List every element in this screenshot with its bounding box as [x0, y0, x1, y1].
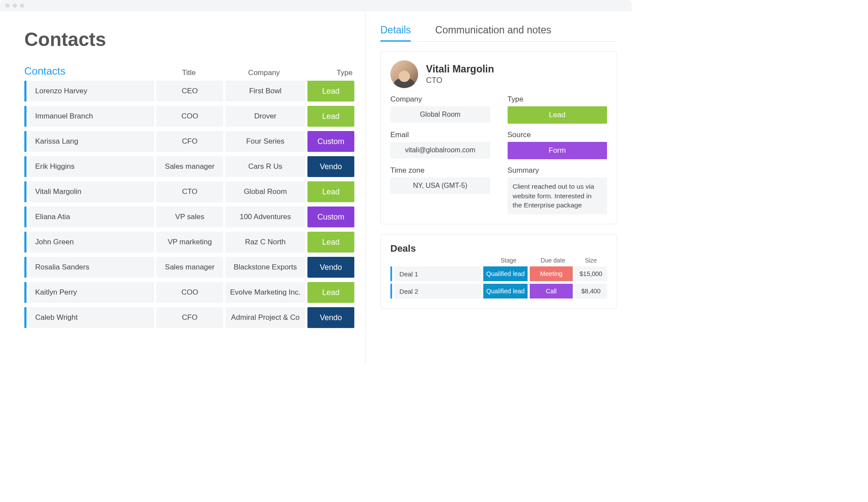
cell-name: Karissa Lang — [29, 131, 154, 152]
row-stripe — [24, 307, 26, 328]
deal-stage: Qualified lead — [483, 284, 528, 299]
label-email: Email — [390, 131, 490, 139]
cell-name: Immanuel Branch — [29, 106, 154, 127]
app-window: Contacts Contacts Title Company Type Lor… — [0, 0, 632, 364]
cell-company: Cars R Us — [225, 156, 305, 177]
table-row[interactable]: Caleb Wright CFO Admiral Project & Co Ve… — [24, 307, 365, 328]
cell-company: Raz C North — [225, 232, 305, 253]
profile-header: Vitali Margolin CTO — [390, 60, 607, 88]
profile-name: Vitali Margolin — [426, 63, 494, 75]
window-control-min[interactable] — [13, 3, 17, 8]
cell-type: Vendo — [307, 156, 354, 177]
value-timezone[interactable]: NY, USA (GMT-5) — [390, 177, 490, 194]
profile-role: CTO — [426, 76, 494, 85]
deal-row[interactable]: Deal 1 Qualified lead Meeting $15,000 — [390, 266, 607, 281]
table-row[interactable]: Karissa Lang CFO Four Series Custom — [24, 131, 365, 152]
cell-title: CEO — [156, 81, 223, 102]
window-titlebar — [0, 0, 632, 11]
table-row[interactable]: Eliana Atia VP sales 100 Adventures Cust… — [24, 207, 365, 227]
cell-type: Vendo — [307, 257, 354, 278]
contacts-table-body: Lorenzo Harvey CEO First Bowl Lead Imman… — [24, 81, 365, 328]
row-stripe — [24, 131, 26, 152]
cell-company: 100 Adventures — [225, 207, 305, 227]
field-source: Source Form — [508, 131, 607, 159]
tab-communication[interactable]: Communication and notes — [435, 24, 551, 41]
field-email: Email vitali@globalroom.com — [390, 131, 490, 159]
deals-header: Stage Due date Size — [390, 257, 607, 264]
contacts-table-header: Contacts Title Company Type — [24, 65, 365, 77]
cell-type: Lead — [307, 81, 354, 102]
cell-type: Lead — [307, 232, 354, 253]
label-source: Source — [508, 131, 607, 139]
row-stripe — [24, 207, 26, 227]
row-stripe — [24, 257, 26, 278]
cell-name: Caleb Wright — [29, 307, 154, 328]
table-row[interactable]: Vitali Margolin CTO Global Room Lead — [24, 181, 365, 202]
table-row[interactable]: Immanuel Branch COO Drover Lead — [24, 106, 365, 127]
cell-company: Global Room — [225, 181, 305, 202]
field-type: Type Lead — [508, 95, 607, 124]
cell-company: First Bowl — [225, 81, 305, 102]
cell-type: Custom — [307, 207, 354, 227]
column-header-company[interactable]: Company — [223, 69, 305, 77]
cell-title: Sales manager — [156, 156, 223, 177]
table-row[interactable]: Rosalia Sanders Sales manager Blackstone… — [24, 257, 365, 278]
cell-title: COO — [156, 282, 223, 303]
row-stripe — [24, 232, 26, 253]
table-row[interactable]: Kaitlyn Perry COO Evolve Marketing Inc. … — [24, 282, 365, 303]
row-stripe — [390, 284, 392, 299]
tabs: Details Communication and notes — [380, 24, 617, 42]
table-row[interactable]: Erik Higgins Sales manager Cars R Us Ven… — [24, 156, 365, 177]
window-control-max[interactable] — [20, 3, 24, 8]
deal-size: $15,000 — [575, 266, 607, 281]
cell-type: Lead — [307, 282, 354, 303]
field-company: Company Global Room — [390, 95, 490, 124]
cell-title: VP marketing — [156, 232, 223, 253]
cell-title: COO — [156, 106, 223, 127]
cell-name: John Green — [29, 232, 154, 253]
column-header-title[interactable]: Title — [155, 69, 223, 77]
deals-col-due: Due date — [531, 257, 574, 264]
avatar — [390, 60, 418, 88]
cell-company: Drover — [225, 106, 305, 127]
cell-type: Lead — [307, 106, 354, 127]
value-source[interactable]: Form — [508, 142, 607, 159]
window-control-close[interactable] — [5, 3, 10, 8]
deals-body: Deal 1 Qualified lead Meeting $15,000 De… — [390, 266, 607, 299]
cell-company: Admiral Project & Co — [225, 307, 305, 328]
value-type[interactable]: Lead — [508, 106, 607, 124]
cell-name: Kaitlyn Perry — [29, 282, 154, 303]
row-stripe — [24, 181, 26, 202]
column-header-contacts[interactable]: Contacts — [24, 65, 155, 77]
label-type: Type — [508, 95, 607, 104]
deals-card: Deals Stage Due date Size Deal 1 Qualifi… — [380, 234, 617, 308]
value-summary[interactable]: Client reached out to us via website for… — [508, 177, 607, 214]
cell-company: Blackstone Exports — [225, 257, 305, 278]
value-email[interactable]: vitali@globalroom.com — [390, 142, 490, 158]
cell-name: Rosalia Sanders — [29, 257, 154, 278]
label-timezone: Time zone — [390, 166, 490, 175]
deal-name: Deal 2 — [394, 284, 481, 299]
deals-col-stage: Stage — [486, 257, 531, 264]
row-stripe — [24, 156, 26, 177]
cell-title: Sales manager — [156, 257, 223, 278]
table-row[interactable]: Lorenzo Harvey CEO First Bowl Lead — [24, 81, 365, 102]
row-stripe — [24, 81, 26, 102]
deal-size: $8,400 — [575, 284, 607, 299]
deals-col-size: Size — [575, 257, 607, 264]
row-stripe — [24, 282, 26, 303]
cell-title: CFO — [156, 307, 223, 328]
deals-title: Deals — [390, 243, 607, 254]
table-row[interactable]: John Green VP marketing Raz C North Lead — [24, 232, 365, 253]
deal-row[interactable]: Deal 2 Qualified lead Call $8,400 — [390, 284, 607, 299]
cell-name: Eliana Atia — [29, 207, 154, 227]
cell-title: CTO — [156, 181, 223, 202]
value-company[interactable]: Global Room — [390, 106, 490, 123]
cell-name: Vitali Margolin — [29, 181, 154, 202]
tab-details[interactable]: Details — [380, 24, 411, 42]
cell-title: VP sales — [156, 207, 223, 227]
cell-name: Erik Higgins — [29, 156, 154, 177]
column-header-type[interactable]: Type — [305, 69, 357, 77]
field-timezone: Time zone NY, USA (GMT-5) — [390, 166, 490, 214]
cell-type: Lead — [307, 181, 354, 202]
